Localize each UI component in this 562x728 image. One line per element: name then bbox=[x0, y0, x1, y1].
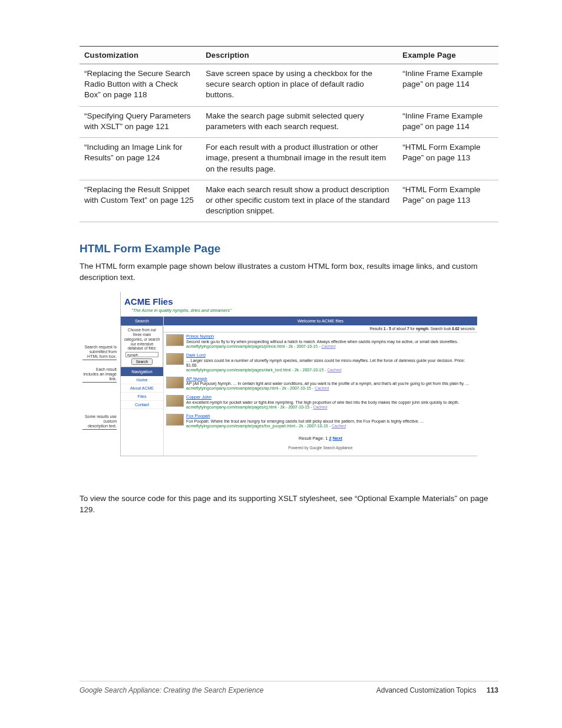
result-item: Prince Nymph Second rank go-to fly to tr… bbox=[164, 332, 477, 351]
page-footer: Google Search Appliance: Creating the Se… bbox=[80, 681, 498, 694]
next-link[interactable]: Next bbox=[333, 436, 342, 441]
nav-home[interactable]: Home bbox=[121, 376, 163, 384]
footer-chapter: Advanced Customization Topics bbox=[376, 686, 477, 694]
result-title[interactable]: Dark Lord bbox=[186, 353, 206, 358]
table-row: “Replacing the Result Snippet with Custo… bbox=[80, 180, 498, 222]
sidebar-search-header: Search bbox=[121, 317, 163, 325]
cached-link[interactable]: Cached bbox=[321, 344, 335, 348]
cell-example: “Inline Frame Example page” on page 114 bbox=[398, 64, 498, 107]
cell-description: Save screen space by using a checkbox fo… bbox=[201, 64, 398, 107]
result-thumb-icon[interactable] bbox=[166, 334, 184, 346]
cached-link[interactable]: Cached bbox=[315, 386, 329, 390]
result-url: acmeflytyingcompany.com/example/pages/da… bbox=[186, 368, 326, 372]
result-url: acmeflytyingcompany.com/example/pages/fo… bbox=[186, 424, 330, 428]
th-description: Description bbox=[201, 47, 398, 64]
result-thumb-icon[interactable] bbox=[166, 377, 184, 388]
cell-customization: “Including an Image Link for Results” on… bbox=[80, 138, 201, 180]
footer-book-title: Google Search Appliance: Creating the Se… bbox=[80, 686, 263, 694]
sidebar-helper: Choose from our three main categories, o… bbox=[123, 328, 161, 351]
result-thumb-icon[interactable] bbox=[166, 414, 184, 426]
result-snippet: Fox Poopah: Where the trout are hungry f… bbox=[186, 419, 424, 423]
cell-customization: “Specifying Query Parameters with XSLT” … bbox=[80, 106, 201, 137]
result-item: Dark Lord ... Larger sizes could be a nu… bbox=[164, 351, 477, 375]
cell-customization: “Replacing the Secure Search Radio Butto… bbox=[80, 64, 201, 107]
customization-table: Customization Description Example Page “… bbox=[80, 46, 498, 222]
cell-description: Make the search page submit selected que… bbox=[201, 106, 398, 137]
page-number: 113 bbox=[487, 686, 498, 694]
cell-customization: “Replacing the Result Snippet with Custo… bbox=[80, 180, 201, 222]
cell-example: “Inline Frame Example page” on page 114 bbox=[398, 106, 498, 137]
search-button[interactable]: Search bbox=[131, 358, 153, 365]
result-url: acmeflytyingcompany.com/example/pages/ap… bbox=[186, 386, 313, 390]
result-thumb-icon[interactable] bbox=[166, 395, 184, 407]
outro-paragraph: To view the source code for this page an… bbox=[80, 493, 498, 516]
cell-description: Make each search result show a product d… bbox=[201, 180, 398, 222]
section-heading: HTML Form Example Page bbox=[80, 242, 498, 255]
cached-link[interactable]: Cached bbox=[328, 368, 342, 372]
sidebar-nav-header: Navigation bbox=[121, 367, 163, 376]
result-title[interactable]: Prince Nymph bbox=[186, 334, 214, 339]
results-welcome: Welcome to ACME flies bbox=[164, 317, 477, 325]
results-stats: Results 1 - 5 of about 7 for nymph. Sear… bbox=[164, 325, 477, 332]
result-title[interactable]: Fox Poopah bbox=[186, 413, 210, 419]
nav-flies[interactable]: Flies bbox=[121, 393, 163, 401]
cell-description: For each result with a product illustrat… bbox=[201, 138, 398, 180]
result-snippet: An excellent nymph for pocket water or t… bbox=[186, 400, 459, 404]
cached-link[interactable]: Cached bbox=[313, 405, 327, 409]
intro-paragraph: The HTML form example page shown below i… bbox=[80, 261, 498, 284]
result-thumb-icon[interactable] bbox=[166, 353, 184, 365]
nav-contact[interactable]: Contact bbox=[121, 401, 163, 409]
result-title[interactable]: AP Nymph bbox=[186, 376, 207, 381]
example-figure: Search request is submitted from HTML fo… bbox=[80, 292, 498, 475]
result-item: AP Nymph AP (All Purpose) Nymph. ... In … bbox=[164, 375, 477, 394]
cell-example: “HTML Form Example Page” on page 113 bbox=[398, 180, 498, 222]
page-1: 1 bbox=[325, 436, 328, 441]
result-url: acmeflytyingcompany.com/example/pages/cj… bbox=[186, 405, 312, 409]
table-row: “Replacing the Secure Search Radio Butto… bbox=[80, 64, 498, 107]
th-customization: Customization bbox=[80, 47, 201, 64]
result-snippet: AP (All Purpose) Nymph. ... In certain l… bbox=[186, 381, 469, 386]
table-row: “Including an Image Link for Results” on… bbox=[80, 138, 498, 180]
table-row: “Specifying Query Parameters with XSLT” … bbox=[80, 106, 498, 137]
result-snippet: ... Larger sizes could be a number of st… bbox=[186, 358, 465, 367]
powered-by: Powered by Google Search Appliance bbox=[164, 443, 477, 456]
cell-example: “HTML Form Example Page” on page 113 bbox=[398, 138, 498, 180]
result-item: Copper John An excellent nymph for pocke… bbox=[164, 393, 477, 412]
result-title[interactable]: Copper John bbox=[186, 394, 211, 400]
result-item: Fox Poopah Fox Poopah: Where the trout a… bbox=[164, 412, 477, 431]
fig-tagline: "The Acme in quality nymphs, dries and s… bbox=[121, 308, 477, 317]
cached-link[interactable]: Cached bbox=[332, 424, 346, 428]
callout-form: Search request is submitted from HTML fo… bbox=[82, 345, 117, 360]
result-snippet: Second rank go-to fly to try when prospe… bbox=[186, 340, 458, 344]
fig-title: ACME Flies bbox=[121, 292, 477, 308]
result-pager: Result Page: 1 2 Next bbox=[164, 431, 477, 443]
th-example: Example Page bbox=[398, 47, 498, 64]
result-url: acmeflytyingcompany.com/example/pages/pr… bbox=[186, 344, 320, 348]
nav-about[interactable]: About ACME bbox=[121, 384, 163, 393]
callout-text: Some results use custom description text… bbox=[82, 414, 117, 430]
page-2-link[interactable]: 2 bbox=[329, 436, 331, 441]
search-input[interactable] bbox=[125, 352, 158, 357]
callout-image: Each result includes an image link. bbox=[82, 367, 117, 383]
